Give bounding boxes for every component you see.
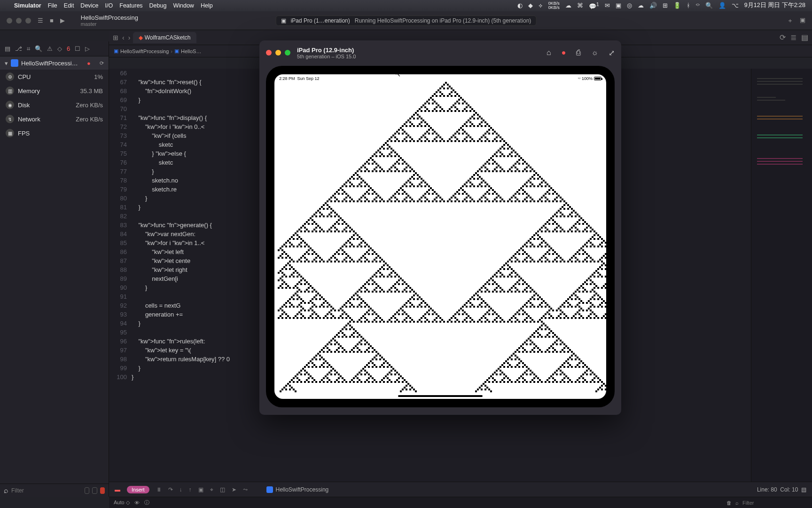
pause-icon[interactable]: ⏸ — [156, 486, 162, 493]
breakpoint-toggle-icon[interactable]: ▬ — [115, 486, 120, 493]
crumb-item[interactable]: HelloSwiftProcessing — [120, 48, 169, 54]
home-icon[interactable]: ⌂ — [547, 48, 551, 57]
issue-icon[interactable]: ⚠ — [47, 45, 53, 52]
home-indicator[interactable] — [398, 395, 483, 397]
menu-io[interactable]: I/O — [105, 2, 113, 9]
close-icon[interactable] — [266, 50, 272, 56]
trash-icon[interactable]: 🗑 — [726, 500, 732, 506]
gauge-network[interactable]: ↯NetworkZero KB/s — [0, 112, 109, 126]
menu-file[interactable]: File — [48, 2, 57, 9]
menubar-extra-icon[interactable]: ☁ — [565, 2, 571, 9]
panel-icon[interactable]: ▤ — [801, 486, 806, 493]
wifi-icon[interactable]: ⌔ — [696, 2, 700, 9]
list-icon[interactable]: ≣ — [790, 33, 796, 42]
screenshot-icon[interactable]: ⎙ — [576, 48, 581, 57]
menubar-extra-icon[interactable]: ▣ — [616, 2, 621, 9]
menubar-extra-icon[interactable]: 💬1 — [589, 1, 599, 10]
menubar-extra-icon[interactable]: ⌘ — [577, 2, 583, 9]
symbol-icon[interactable]: ⌗ — [27, 45, 30, 53]
appearance-icon[interactable]: ☼ — [591, 48, 598, 57]
close-icon[interactable] — [7, 18, 12, 24]
menubar-app-name[interactable]: Simulator — [14, 2, 41, 9]
menubar-extra-icon[interactable]: ✉ — [605, 2, 610, 9]
debug-view-icon[interactable]: ▣ — [198, 486, 203, 493]
insert-mode-pill[interactable]: Insert — [127, 486, 149, 493]
activity-view[interactable]: ▣ iPad Pro (1…eneration) Running HelloSw… — [276, 16, 537, 26]
minimize-icon[interactable] — [275, 50, 281, 56]
stop-button[interactable]: ■ — [50, 17, 54, 24]
filter-input[interactable] — [11, 487, 82, 494]
filter-errors-icon[interactable] — [100, 487, 105, 494]
simulator-titlebar[interactable]: iPad Pro (12.9-inch) 5th generation – iO… — [259, 40, 621, 65]
menu-help[interactable]: Help — [201, 2, 213, 9]
record-icon[interactable]: ● — [562, 48, 566, 57]
menu-window[interactable]: Window — [173, 2, 194, 9]
env-overrides-icon[interactable]: ◫ — [220, 486, 225, 493]
simulate-icon[interactable]: ⤳ — [243, 486, 248, 493]
panel-icon[interactable]: ▤ — [801, 33, 808, 42]
editor-tab[interactable]: ◆ WolframCASketch — [133, 32, 196, 43]
gauge-disk[interactable]: ◉DiskZero KB/s — [0, 98, 109, 112]
rotate-icon[interactable]: ⤢ — [609, 48, 615, 57]
zoom-icon[interactable] — [285, 50, 290, 56]
control-center-icon[interactable]: ⌥ — [732, 2, 739, 9]
window-traffic-lights[interactable] — [266, 50, 290, 56]
step-into-icon[interactable]: ↓ — [180, 486, 182, 493]
navigator-selector[interactable]: ▤ ⎇ ⌗ 🔍 ⚠ ◇ 6 ☐ ▷ — [0, 41, 109, 56]
add-button[interactable]: ＋ — [787, 16, 793, 25]
menubar-extra-icon[interactable]: ◆ — [528, 2, 533, 9]
menubar-extra-icon[interactable]: ◎ — [627, 2, 632, 9]
filter-scope-icon[interactable] — [92, 487, 97, 494]
breakpoint-icon[interactable]: ▷ — [85, 45, 90, 52]
menubar-extra-icon[interactable]: ⟡ — [539, 2, 543, 9]
variables-view-mode[interactable]: Auto ◇ — [114, 500, 130, 506]
menu-device[interactable]: Device — [80, 2, 98, 9]
eye-icon[interactable]: 👁 — [134, 500, 140, 506]
filter-scope-icon[interactable] — [85, 487, 89, 494]
source-control-icon[interactable]: ⎇ — [15, 45, 22, 52]
minimize-icon[interactable] — [16, 18, 22, 24]
gauge-fps[interactable]: ▦FPS — [0, 126, 109, 140]
jump-bar-nav[interactable]: ⊞‹› — [113, 34, 130, 41]
gauge-cpu[interactable]: ⚙CPU1% — [0, 70, 109, 84]
zoom-icon[interactable] — [25, 18, 31, 24]
menubar-extra-icon[interactable]: ◐ — [517, 2, 523, 9]
process-selector[interactable]: HelloSwiftProcessing — [266, 486, 329, 493]
crumb-item[interactable]: HelloS… — [181, 48, 201, 54]
info-icon[interactable]: ⓘ — [144, 499, 149, 506]
spotlight-icon[interactable]: 🔍 — [705, 2, 713, 9]
folder-icon[interactable]: ▤ — [5, 45, 10, 52]
console-filter-input[interactable] — [742, 500, 807, 506]
battery-icon[interactable]: 🔋 — [673, 2, 681, 9]
window-traffic-lights[interactable] — [7, 18, 31, 24]
menubar-extra-icon[interactable]: ⊞ — [663, 2, 668, 9]
menu-edit[interactable]: Edit — [64, 2, 74, 9]
gauge-memory[interactable]: ▥Memory35.3 MB — [0, 84, 109, 98]
menubar-clock[interactable]: 9月12日 周日 下午2:28 — [744, 1, 805, 9]
run-button[interactable]: ▶ — [60, 17, 65, 24]
volume-icon[interactable]: 🔊 — [649, 2, 657, 9]
network-speed-icon[interactable]: 0KB/s0KB/s — [548, 1, 560, 10]
step-over-icon[interactable]: ↷ — [168, 486, 173, 493]
find-icon[interactable]: 🔍 — [35, 45, 42, 52]
menubar-extra-icon[interactable]: ☁︎ — [638, 2, 644, 9]
menu-debug[interactable]: Debug — [149, 2, 167, 9]
location-icon[interactable]: ➤ — [232, 486, 236, 493]
memory-graph-icon[interactable]: ⌖ — [210, 486, 213, 493]
refresh-icon[interactable]: ⟳ — [100, 60, 104, 66]
library-icon[interactable]: ▣ — [800, 16, 805, 25]
minimap[interactable] — [751, 69, 812, 482]
debug-icon[interactable]: ☐ — [75, 45, 80, 52]
debug-session-row[interactable]: ▾ HelloSwiftProcessi… ● ⟳ — [0, 56, 109, 70]
menu-features[interactable]: Features — [119, 2, 142, 9]
device-screen[interactable]: 2:28 PM Sun Sep 12 ⌔ 100% — [274, 74, 606, 399]
step-out-icon[interactable]: ↑ — [189, 486, 192, 493]
scheme-selector[interactable]: HelloSwiftProcessing master — [81, 14, 138, 27]
sidebar-toggle-icon[interactable]: ☰ — [38, 17, 43, 24]
simulator-title: iPad Pro (12.9-inch) — [297, 47, 356, 54]
users-icon[interactable]: 👤 — [718, 2, 726, 9]
error-count[interactable]: 6 — [67, 45, 70, 52]
bluetooth-icon[interactable]: ᚼ — [687, 2, 690, 9]
test-icon[interactable]: ◇ — [57, 45, 62, 52]
refresh-icon[interactable]: ⟳ — [780, 33, 786, 42]
